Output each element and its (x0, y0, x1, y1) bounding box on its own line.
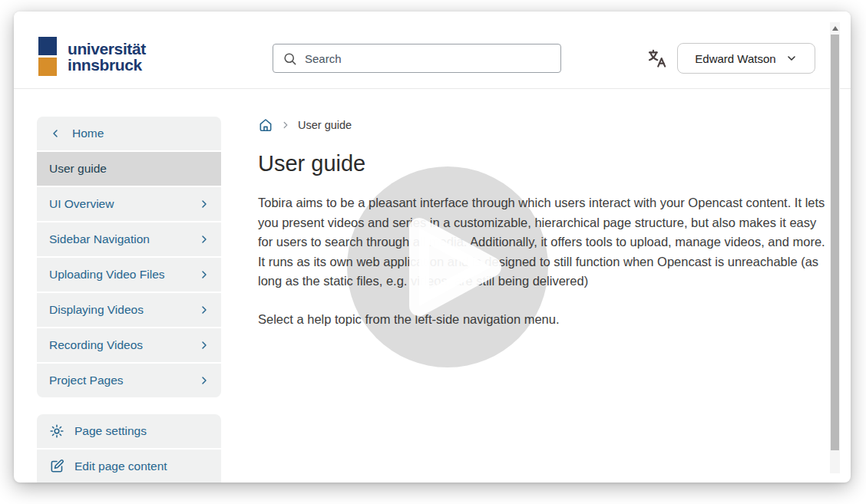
university-logo[interactable]: universität innsbruck (38, 37, 146, 76)
user-name: Edward Watson (695, 52, 775, 65)
gear-icon (49, 423, 64, 439)
play-icon (347, 166, 548, 367)
user-menu-button[interactable]: Edward Watson (677, 43, 815, 74)
scroll-up-icon[interactable] (830, 24, 840, 33)
play-button-overlay[interactable] (347, 166, 548, 367)
sidebar-item-label: Displaying Videos (49, 303, 198, 317)
chevron-left-icon (49, 127, 61, 140)
tool-label: Page settings (74, 424, 147, 438)
breadcrumb: User guide (258, 117, 830, 133)
sidebar-back-home[interactable]: Home (37, 117, 221, 150)
sidebar-item-label: Uploading Video Files (49, 268, 198, 282)
search-input[interactable] (305, 52, 551, 65)
home-icon (258, 117, 273, 133)
breadcrumb-home-link[interactable] (258, 117, 273, 133)
vertical-scrollbar[interactable] (830, 22, 840, 473)
sidebar-item-displaying-videos[interactable]: Displaying Videos (37, 293, 221, 327)
chevron-down-icon (785, 52, 798, 64)
search-icon (283, 51, 297, 66)
sidebar-item-uploading-video-files[interactable]: Uploading Video Files (37, 258, 221, 292)
sidebar-item-label: Recording Videos (49, 338, 198, 352)
logo-orange-square (38, 58, 57, 76)
logo-line1: universität (68, 41, 146, 57)
sidebar-item-project-pages[interactable]: Project Pages (37, 364, 221, 397)
sidebar-item-sidebar-navigation[interactable]: Sidebar Navigation (37, 222, 221, 256)
chevron-right-icon (198, 268, 210, 281)
sidebar-tools: Page settings Edit page content (37, 414, 221, 483)
sidebar-item-label: Project Pages (49, 374, 198, 387)
sidebar-nav: Home User guide UI Overview Sidebar Navi… (37, 117, 221, 399)
sidebar-item-recording-videos[interactable]: Recording Videos (37, 328, 221, 362)
chevron-right-icon (198, 339, 210, 351)
page-settings-button[interactable]: Page settings (37, 414, 221, 448)
header: universität innsbruck Edward Watson (14, 12, 851, 89)
sidebar-item-label: UI Overview (49, 197, 198, 211)
breadcrumb-separator-icon (280, 120, 291, 130)
sidebar-back-label: Home (72, 127, 210, 140)
logo-text: universität innsbruck (68, 41, 146, 73)
logo-navy-square (38, 37, 57, 55)
breadcrumb-current: User guide (298, 119, 352, 131)
chevron-right-icon (198, 198, 210, 210)
sidebar-item-ui-overview[interactable]: UI Overview (37, 187, 221, 221)
language-switcher-button[interactable] (645, 46, 669, 71)
sidebar-item-label: Sidebar Navigation (49, 232, 198, 246)
scrollbar-thumb[interactable] (831, 35, 839, 450)
logo-squares-icon (38, 37, 57, 76)
chevron-right-icon (198, 374, 210, 387)
sidebar-item-user-guide[interactable]: User guide (37, 152, 221, 186)
edit-page-content-button[interactable]: Edit page content (37, 450, 221, 483)
sidebar-item-label: User guide (49, 162, 210, 176)
chevron-right-icon (198, 304, 210, 316)
search-bar (273, 44, 561, 73)
translate-icon (647, 48, 668, 69)
edit-icon (49, 459, 64, 474)
app-window: universität innsbruck Edward Watson (14, 12, 851, 483)
tool-label: Edit page content (74, 460, 167, 473)
chevron-right-icon (198, 233, 210, 245)
logo-line2: innsbruck (68, 57, 146, 73)
